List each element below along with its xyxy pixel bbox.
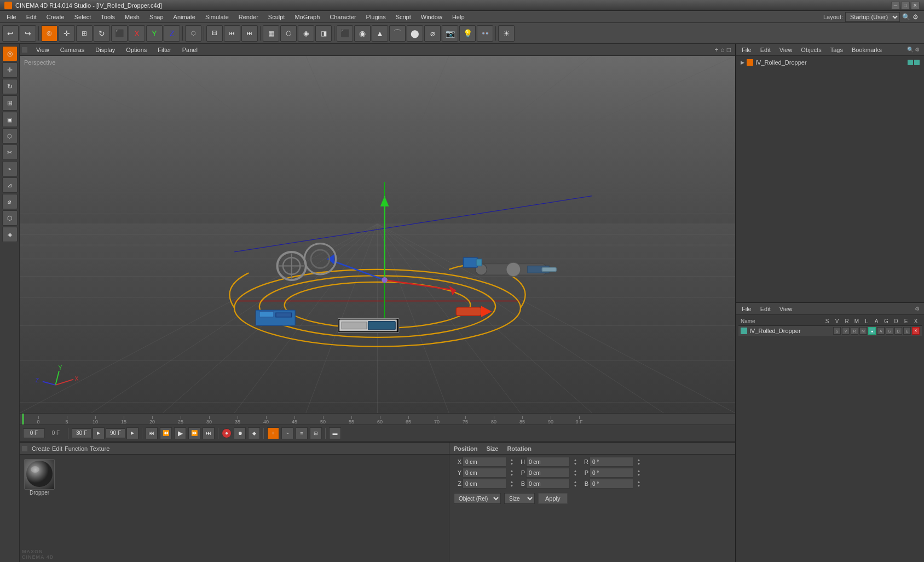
end-frame-input[interactable] xyxy=(106,428,125,438)
obj-dot-2[interactable] xyxy=(914,60,920,65)
coord-spin-xrot[interactable]: ▲▼ xyxy=(634,458,643,466)
attr-menu-view[interactable]: View xyxy=(776,305,796,313)
attr-icon-x[interactable]: ✕ xyxy=(912,327,920,335)
x-axis-button[interactable]: X xyxy=(129,25,145,42)
coord-input-xrot[interactable]: 0 ° xyxy=(590,457,633,467)
coord-size-select[interactable]: Size Scale xyxy=(504,493,535,504)
viewport-icon-plus[interactable]: + xyxy=(714,46,718,54)
layout-icon2[interactable]: ⚙ xyxy=(913,13,919,21)
menu-select[interactable]: Select xyxy=(70,13,96,21)
maximize-button[interactable]: □ xyxy=(901,2,910,9)
obj-menu-file[interactable]: File xyxy=(738,45,755,54)
dope-sheet-button[interactable]: ≡ xyxy=(296,427,308,439)
render-region-button[interactable]: ▦ xyxy=(263,25,279,42)
timeline-button[interactable]: ⊟ xyxy=(310,427,322,439)
lt-scale[interactable]: ⊞ xyxy=(2,95,18,111)
object-item-iv-rolled[interactable]: ▶ IV_Rolled_Dropper xyxy=(738,58,922,67)
coord-input-zsize[interactable]: 0 cm xyxy=(526,479,570,489)
mat-menu-function[interactable]: Function xyxy=(65,445,88,452)
coord-input-zrot[interactable]: 0 ° xyxy=(590,479,633,489)
material-button[interactable]: ◨ xyxy=(315,25,332,42)
attr-icon-r[interactable]: R xyxy=(851,327,858,335)
keyframe-button[interactable]: ◆ xyxy=(248,427,260,439)
mat-menu-texture[interactable]: Texture xyxy=(90,445,109,452)
sphere-button[interactable]: ◉ xyxy=(354,25,371,42)
attr-icon-g[interactable]: G xyxy=(886,327,893,335)
vr-button[interactable]: 👓 xyxy=(477,25,493,42)
coord-spin-ypos[interactable]: ▲▼ xyxy=(507,469,516,477)
redo-button[interactable]: ↪ xyxy=(20,25,36,42)
menu-mograph[interactable]: MoGraph xyxy=(290,13,324,21)
menu-help[interactable]: Help xyxy=(448,13,469,21)
current-frame-input[interactable] xyxy=(23,428,45,438)
attr-icon-v[interactable]: V xyxy=(842,327,850,335)
coord-sys-button[interactable]: ⬡ xyxy=(185,25,201,42)
rotate-button[interactable]: ↻ xyxy=(94,25,110,42)
material-thumb-dropper[interactable] xyxy=(24,459,55,490)
frame-range-button[interactable]: 🎞 xyxy=(206,25,223,42)
mat-menu-create[interactable]: Create xyxy=(32,445,50,452)
timeline-ruler[interactable]: 0 5 10 15 20 25 30 35 40 45 50 55 60 65 … xyxy=(20,414,735,425)
deformer-button[interactable]: ⌀ xyxy=(424,25,441,42)
coord-spin-zpos[interactable]: ▲▼ xyxy=(507,480,516,488)
coord-spin-zsize[interactable]: ▲▼ xyxy=(571,480,580,488)
obj-menu-view[interactable]: View xyxy=(776,45,796,54)
obj-menu-objects[interactable]: Objects xyxy=(798,45,824,54)
coord-spin-xsize[interactable]: ▲▼ xyxy=(571,458,580,466)
menu-create[interactable]: Create xyxy=(42,13,69,21)
go-end-button[interactable]: ⏭ xyxy=(203,427,215,439)
pyramid-button[interactable]: ▲ xyxy=(372,25,388,42)
coord-mode-select[interactable]: Object (Rel) Object (Abs) World xyxy=(454,493,501,504)
select-rect-button[interactable]: ⬛ xyxy=(111,25,128,42)
nurbs-button[interactable]: ⬤ xyxy=(407,25,423,42)
obj-dot-1[interactable] xyxy=(908,60,913,65)
frame-end-button[interactable]: ⏭ xyxy=(241,25,258,42)
coord-input-zpos[interactable]: 0 cm xyxy=(463,479,506,489)
undo-button[interactable]: ↩ xyxy=(2,25,19,42)
coord-spin-ysize[interactable]: ▲▼ xyxy=(571,469,580,477)
attr-menu-edit[interactable]: Edit xyxy=(757,305,774,313)
menu-mesh[interactable]: Mesh xyxy=(120,13,144,21)
menu-file[interactable]: File xyxy=(2,13,21,21)
menu-tools[interactable]: Tools xyxy=(96,13,119,21)
viewport-menu-cameras[interactable]: Cameras xyxy=(56,45,89,54)
z-axis-button[interactable]: Z xyxy=(164,25,180,42)
end-arrow[interactable]: ▶ xyxy=(126,427,138,439)
obj-menu-edit[interactable]: Edit xyxy=(757,45,774,54)
live-selection-button[interactable]: ◎ xyxy=(41,25,57,42)
lt-live-selection[interactable]: ◎ xyxy=(2,46,18,61)
viewport-menu-display[interactable]: Display xyxy=(91,45,119,54)
step-forward-button[interactable]: ⏩ xyxy=(188,427,200,439)
lt-move[interactable]: ✛ xyxy=(2,62,18,78)
viewport-menu-view[interactable]: View xyxy=(32,45,54,54)
mat-menu-edit[interactable]: Edit xyxy=(52,445,62,452)
lt-bridge[interactable]: ⌁ xyxy=(2,161,18,176)
scale-button[interactable]: ⊞ xyxy=(76,25,93,42)
spline-button[interactable]: ⌒ xyxy=(389,25,406,42)
play-button[interactable]: ▶ xyxy=(174,427,186,439)
fps-input[interactable] xyxy=(72,428,91,438)
lt-rotate[interactable]: ↻ xyxy=(2,79,18,94)
obj-icon-config[interactable]: ⚙ xyxy=(915,47,920,53)
attr-icon-config[interactable]: ⚙ xyxy=(915,306,920,312)
viewport-icon-home[interactable]: ⌂ xyxy=(721,46,725,54)
coord-spin-yrot[interactable]: ▲▼ xyxy=(634,469,643,477)
menu-character[interactable]: Character xyxy=(325,13,360,21)
obj-icon-search[interactable]: 🔍 xyxy=(907,47,914,53)
menu-sculpt[interactable]: Sculpt xyxy=(264,13,290,21)
menu-edit[interactable]: Edit xyxy=(22,13,41,21)
fcurve-button[interactable]: ~ xyxy=(281,427,293,439)
layout-icon1[interactable]: 🔍 xyxy=(902,13,910,21)
material-item-dropper[interactable]: Dropper xyxy=(24,459,55,496)
lt-extrude[interactable]: ▣ xyxy=(2,112,18,127)
attr-icon-e[interactable]: E xyxy=(903,327,911,335)
mini-timeline-button[interactable]: ▬ xyxy=(329,427,341,439)
attr-icon-s[interactable]: S xyxy=(833,327,841,335)
menu-window[interactable]: Window xyxy=(417,13,447,21)
go-start-button[interactable]: ⏮ xyxy=(146,427,158,439)
attr-menu-file[interactable]: File xyxy=(738,305,755,313)
coord-spin-zrot[interactable]: ▲▼ xyxy=(634,480,643,488)
obj-expand-arrow[interactable]: ▶ xyxy=(741,60,744,65)
auto-record-button[interactable]: ⏺ xyxy=(234,427,246,439)
menu-animate[interactable]: Animate xyxy=(169,13,200,21)
